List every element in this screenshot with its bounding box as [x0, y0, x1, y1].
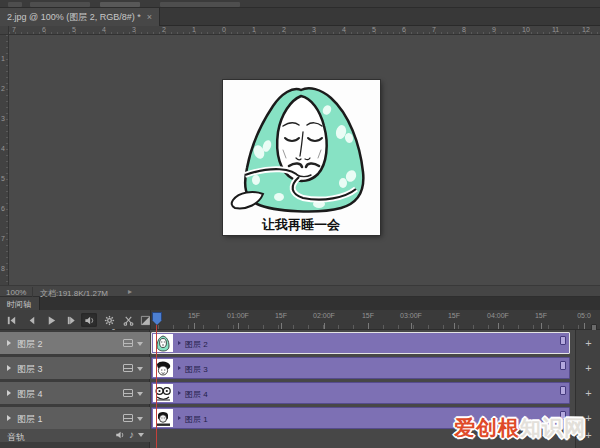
add-media-button[interactable]: + [576, 337, 600, 349]
ruler-number: 1 [192, 26, 196, 33]
speaker-icon[interactable] [115, 430, 125, 440]
clip-end-marker[interactable] [560, 336, 566, 345]
photoshop-window: 2.jpg @ 100% (图层 2, RGB/8#) *× 765432101… [0, 0, 600, 448]
disclosure-triangle-icon [178, 416, 181, 420]
music-note-icon[interactable]: ♪ [129, 430, 134, 440]
track-header-2[interactable]: 图层 3 [0, 357, 150, 379]
transform-controls-option[interactable] [160, 2, 240, 7]
track-name: 图层 2 [17, 338, 43, 351]
ruler-number: 10 [522, 26, 530, 33]
document-tab-bar: 2.jpg @ 100% (图层 2, RGB/8#) *× [0, 8, 600, 26]
tick-mark [194, 323, 195, 329]
track-header-3[interactable]: 图层 4 [0, 382, 150, 404]
chevron-down-icon[interactable] [138, 433, 144, 437]
ruler-number: 4 [1, 145, 5, 152]
layer-select-dropdown[interactable] [100, 2, 140, 7]
disclosure-triangle-icon [178, 366, 181, 370]
status-options-arrow[interactable]: ▸ [128, 287, 132, 296]
clip-bar-1[interactable]: 图层 2 [151, 332, 570, 354]
ruler-number: 4 [102, 26, 106, 33]
ruler-number: 12 [582, 26, 590, 33]
film-icon [123, 339, 133, 347]
previous-frame-icon[interactable] [23, 313, 39, 327]
horizontal-ruler[interactable]: 76543210123456789101112 [9, 26, 600, 35]
document-tab[interactable]: 2.jpg @ 100% (图层 2, RGB/8#) *× [0, 8, 160, 26]
timeline-tick-label: 04:00F [487, 312, 509, 319]
first-frame-icon[interactable] [3, 313, 19, 327]
disclosure-triangle-icon [178, 391, 181, 395]
clip-end-marker[interactable] [560, 386, 566, 395]
ruler-number: 11 [552, 26, 559, 33]
play-icon[interactable] [43, 313, 59, 327]
clip-bar-2[interactable]: 图层 3 [151, 357, 570, 379]
ruler-number: 5 [72, 26, 76, 33]
ruler-number: 1 [1, 55, 5, 62]
ruler-number: 9 [492, 26, 496, 33]
track-name-column: 音轨 ♪ 图层 2图层 3图层 4图层 1 [0, 330, 150, 448]
watermark: 爱创根知识网 [454, 414, 586, 442]
tick-mark [541, 323, 542, 329]
ruler-number: 4 [342, 26, 346, 33]
timeline-tick-label: 15F [535, 312, 547, 319]
disclosure-triangle-icon [178, 341, 181, 345]
split-at-playhead-scissors-icon[interactable] [120, 313, 136, 327]
timeline-ruler[interactable]: 15F01:00F15F02:00F15F03:00F15F04:00F15F0… [150, 310, 600, 330]
tool-icon[interactable] [8, 2, 22, 7]
playhead-line [156, 324, 157, 448]
track-name: 图层 1 [17, 413, 43, 426]
film-icon [123, 414, 133, 422]
track-name: 图层 3 [17, 363, 43, 376]
clip-label: 图层 3 [185, 364, 208, 375]
disclosure-triangle-icon[interactable] [7, 390, 11, 396]
timeline-panel-header: 时间轴 [0, 297, 600, 310]
chevron-down-icon[interactable] [137, 417, 143, 421]
clip-bar-3[interactable]: 图层 4 [151, 382, 570, 404]
ruler-number: 2 [1, 85, 5, 92]
ruler-number: 3 [132, 26, 136, 33]
chevron-down-icon[interactable] [137, 392, 143, 396]
track-name: 图层 4 [17, 388, 43, 401]
ruler-number: 3 [312, 26, 316, 33]
clip-label: 图层 4 [185, 389, 208, 400]
auto-select-option[interactable] [30, 2, 90, 7]
clip-end-marker[interactable] [560, 361, 566, 370]
track-header-4[interactable]: 图层 1 [0, 407, 150, 429]
tab-timeline[interactable]: 时间轴 [0, 297, 40, 310]
timeline-tick-label: 03:00F [400, 312, 422, 319]
meme-illustration: 让我再睡一会 [223, 80, 380, 235]
timeline-tick-label: 05:0 [577, 312, 591, 319]
ruler-number: 6 [1, 205, 5, 212]
playhead-handle[interactable] [152, 312, 162, 325]
open-document-image[interactable]: 让我再睡一会 [223, 80, 380, 235]
chevron-down-icon[interactable] [137, 367, 143, 371]
timeline-settings-gear-icon[interactable]: ▾ [101, 313, 117, 327]
vertical-ruler[interactable]: 12345678 [0, 35, 9, 285]
ruler-number: 8 [462, 26, 466, 33]
watermark-part1: 爱创根 [454, 416, 520, 439]
ruler-number: 7 [432, 26, 436, 33]
audio-track-header[interactable]: 音轨 ♪ [0, 428, 150, 442]
ruler-number: 6 [42, 26, 46, 33]
close-tab-icon[interactable]: × [147, 12, 152, 22]
film-icon [123, 364, 133, 372]
timeline-tick-label: 15F [362, 312, 374, 319]
disclosure-triangle-icon[interactable] [7, 365, 11, 371]
audio-track-icons: ♪ [115, 430, 144, 440]
chevron-down-icon[interactable] [137, 342, 143, 346]
disclosure-triangle-icon[interactable] [7, 415, 11, 421]
add-media-button[interactable]: + [576, 387, 600, 399]
ruler-number: 6 [402, 26, 406, 33]
zoom-level-field[interactable]: 100% [6, 288, 26, 297]
track-header-1[interactable]: 图层 2 [0, 332, 150, 354]
next-frame-icon[interactable] [63, 313, 79, 327]
timeline-transport-controls: ▾ [0, 310, 150, 330]
ruler-origin-corner[interactable] [0, 26, 9, 35]
disclosure-triangle-icon[interactable] [7, 340, 11, 346]
add-media-button[interactable]: + [576, 362, 600, 374]
ruler-number: 7 [12, 26, 16, 33]
ruler-number: 5 [372, 26, 376, 33]
tick-mark [368, 323, 369, 329]
ruler-number: 7 [1, 235, 5, 242]
mute-audio-icon[interactable] [81, 313, 97, 327]
audio-track-label: 音轨 [7, 431, 25, 444]
